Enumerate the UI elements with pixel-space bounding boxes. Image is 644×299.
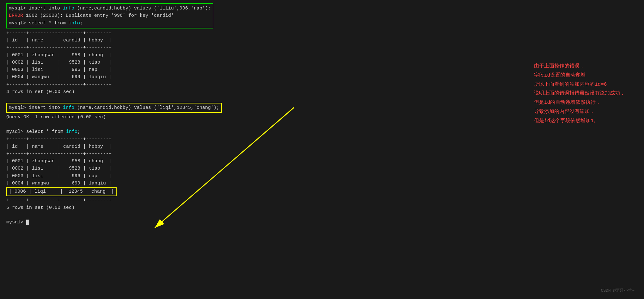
table-header-2: | id | name | cardid | hobby | — [6, 143, 638, 150]
annotation-line-7: 但是id这个字段依然增加1。 — [534, 116, 625, 126]
insert-line-1: mysql> insert into info (name,cardid,hob… — [9, 5, 211, 12]
error-line: ERROR 1062 (23000): Duplicate entry '996… — [9, 12, 211, 19]
annotation-line-4: 说明上面的错误报错虽然没有添加成功， — [534, 89, 625, 98]
table-border-1: +------+----------+--------+--------+ — [6, 29, 638, 37]
select-line-1: mysql> select * from info; — [9, 20, 211, 27]
blank-3 — [6, 211, 638, 219]
insert-line-2: mysql> insert into info (name,cardid,hob… — [9, 104, 219, 111]
table-row-9: | 0006 | liqi | 12345 | chang | — [9, 188, 114, 195]
table-border-4: +------+----------+--------+--------+ — [6, 135, 638, 143]
table-header-1: | id | name | cardid | hobby | — [6, 37, 638, 44]
table-border-2: +------+----------+--------+--------+ — [6, 44, 638, 51]
table-border-5: +------+----------+--------+--------+ — [6, 150, 638, 158]
csdn-watermark: CSDN @两只小羊~ — [601, 288, 635, 293]
annotation-block: 由于上面操作的错误， 字段id设置的自动递增 所以下面看到的添加内容的id=6 … — [534, 62, 625, 126]
table-row-5: | 0001 | zhangsan | 958 | chang | — [6, 158, 638, 165]
annotation-line-2: 字段id设置的自动递增 — [534, 71, 625, 80]
annotation-line-3: 所以下面看到的添加内容的id=6 — [534, 80, 625, 89]
annotation-line-6: 导致添加的内容没有添加， — [534, 107, 625, 116]
table-row-1: | 0001 | zhangsan | 958 | chang | — [6, 52, 638, 59]
annotation-line-5: 但是id的自动递增依然执行， — [534, 98, 625, 107]
annotation-line-1: 由于上面操作的错误， — [534, 62, 625, 71]
table-row-6: | 0002 | lisi | 9528 | tiao | — [6, 165, 638, 172]
rows-5: 5 rows in set (0.00 sec) — [6, 204, 638, 211]
final-prompt: mysql> — [6, 219, 638, 226]
table-border-6: +------+----------+--------+--------+ — [6, 196, 638, 204]
table-row-7: | 0003 | lisi | 996 | rap | — [6, 172, 638, 180]
select-line-2: mysql> select * from info; — [6, 128, 638, 135]
table-row-8: | 0004 | wangwu | 699 | lanqiu | — [6, 180, 638, 187]
